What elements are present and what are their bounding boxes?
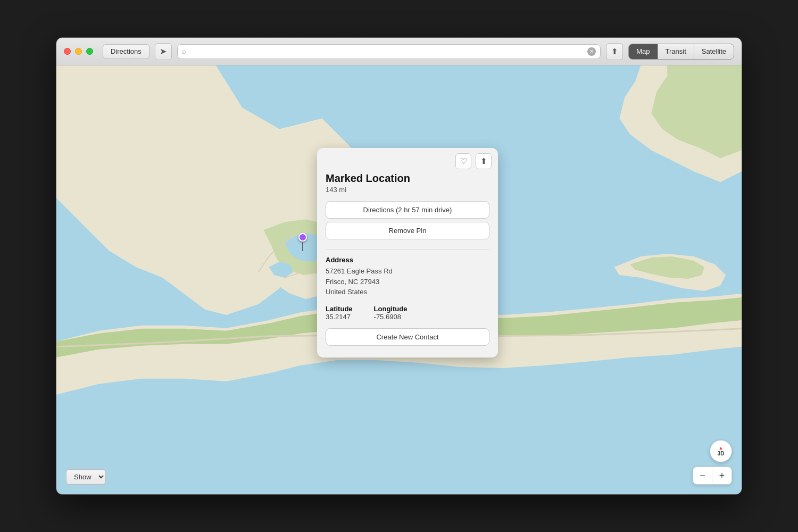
popup-title: Marked Location — [326, 172, 489, 185]
pin-marker — [298, 233, 307, 242]
popup-body: Marked Location 143 mi Directions (2 hr … — [317, 169, 498, 358]
favorite-button[interactable]: ♡ — [455, 153, 471, 169]
coordinates-section: Latitude 35.2147 Longitude -75.6908 — [326, 305, 489, 321]
popup-distance: 143 mi — [326, 186, 489, 194]
location-arrow-icon: ➤ — [160, 46, 167, 56]
longitude-section: Longitude -75.6908 — [374, 305, 408, 321]
latitude-value: 35.2147 — [326, 313, 353, 321]
zoom-controls: − + — [693, 467, 732, 485]
map-type-control: Map Transit Satellite — [628, 44, 734, 60]
popup-header: ♡ ⬆ — [317, 148, 498, 169]
address-label: Address — [326, 256, 489, 264]
show-select[interactable]: Show — [66, 469, 106, 485]
location-button[interactable]: ➤ — [155, 43, 172, 60]
latitude-label: Latitude — [326, 305, 353, 313]
directions-button[interactable]: Directions — [103, 44, 149, 59]
address-text: 57261 Eagle Pass Rd Frisco, NC 27943 Uni… — [326, 266, 489, 297]
compass-north-indicator: ▲ — [719, 446, 724, 451]
minimize-button[interactable] — [75, 48, 82, 55]
address-line2: Frisco, NC 27943 — [326, 277, 489, 287]
zoom-in-button[interactable]: + — [712, 467, 732, 484]
compass-3d-button[interactable]: ▲ 3D — [710, 440, 732, 462]
heart-icon: ♡ — [460, 156, 467, 166]
address-section: Address 57261 Eagle Pass Rd Frisco, NC 2… — [326, 256, 489, 297]
location-popup: ♡ ⬆ Marked Location 143 mi Directions (2… — [317, 148, 498, 358]
search-clear-button[interactable]: ✕ — [587, 47, 596, 56]
titlebar: Directions ➤ ⌕ ✕ ⬆ Map Transit Satellite — [56, 38, 742, 65]
share-icon: ⬆ — [480, 156, 487, 166]
address-line1: 57261 Eagle Pass Rd — [326, 266, 489, 277]
longitude-value: -75.6908 — [374, 313, 408, 321]
latitude-section: Latitude 35.2147 — [326, 305, 353, 321]
maps-window: Directions ➤ ⌕ ✕ ⬆ Map Transit Satellite — [56, 37, 742, 495]
longitude-label: Longitude — [374, 305, 408, 313]
transit-tab[interactable]: Transit — [658, 44, 694, 59]
create-contact-button[interactable]: Create New Contact — [326, 328, 489, 346]
search-input[interactable] — [189, 47, 584, 55]
share-button[interactable]: ⬆ — [606, 43, 623, 60]
share-icon: ⬆ — [611, 47, 618, 56]
map-pin[interactable] — [298, 233, 307, 251]
popup-divider — [326, 249, 489, 250]
address-line3: United States — [326, 287, 489, 297]
directions-action-button[interactable]: Directions (2 hr 57 min drive) — [326, 201, 489, 219]
remove-pin-button[interactable]: Remove Pin — [326, 222, 489, 239]
traffic-lights — [64, 48, 93, 55]
popup-share-button[interactable]: ⬆ — [476, 153, 492, 169]
map-tab[interactable]: Map — [629, 44, 657, 59]
maximize-button[interactable] — [86, 48, 93, 55]
map-area[interactable]: ♡ ⬆ Marked Location 143 mi Directions (2… — [56, 65, 742, 494]
pin-stem — [302, 242, 303, 251]
compass-label: 3D — [718, 451, 725, 456]
zoom-out-button[interactable]: − — [693, 467, 712, 484]
close-button[interactable] — [64, 48, 71, 55]
search-icon: ⌕ — [182, 47, 186, 55]
search-bar: ⌕ ✕ — [177, 44, 601, 59]
satellite-tab[interactable]: Satellite — [694, 44, 734, 59]
